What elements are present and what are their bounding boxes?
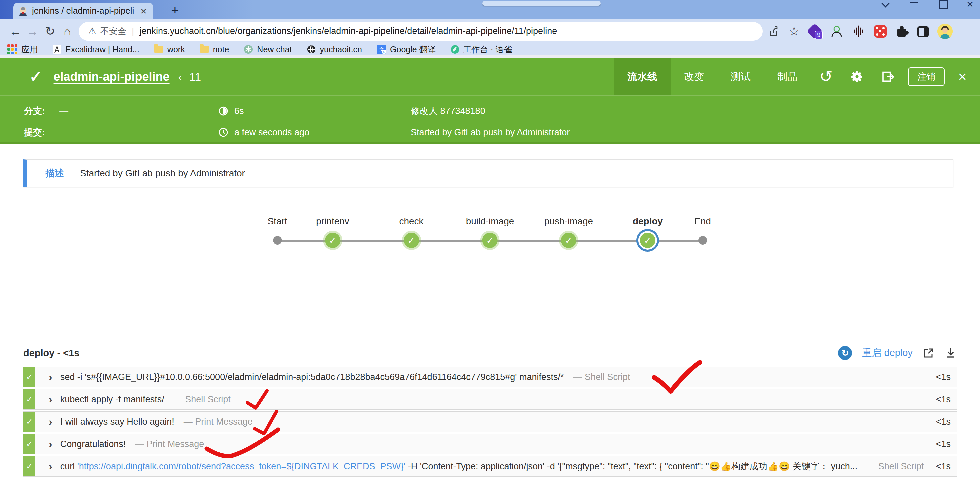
stage-success-node[interactable]: ✓ [482,233,498,248]
bookmark-apps[interactable]: 应用 [7,44,38,55]
tab-artifacts[interactable]: 制品 [764,58,811,95]
svg-text:x: x [383,50,385,53]
browser-navbar: ← → ↻ ⌂ ⚠ 不安全 | jenkins.yuchaoit.cn/blue… [0,19,980,43]
stage-push-image[interactable]: push-image ✓ [544,215,593,248]
stage-label: push-image [544,215,593,228]
expand-chevron-icon[interactable]: › [49,438,52,450]
step-row-hello[interactable]: ✓ › I will always say Hello again! — Pri… [23,411,957,432]
extension-profile-icon[interactable] [830,25,843,38]
toolbar-right: ☆ 9 [768,24,953,39]
bookmark-label: Excalidraw | Hand... [65,45,139,54]
window-maximize-icon[interactable] [938,0,948,9]
extensions-puzzle-icon[interactable] [895,25,908,38]
bookmark-star-icon[interactable]: ☆ [789,24,799,38]
run-info-bar: 分支: — 提交: — 6s a few seconds ago 修改人 877… [0,95,980,144]
window-chevron-icon[interactable] [881,0,891,9]
step-log-list: ✓ › sed -i 's#{{IMAGE_URL}}#10.0.0.66:50… [23,367,957,478]
not-secure-icon: ⚠ [88,25,96,37]
step-success-strip: ✓ [23,412,35,432]
stage-build-image[interactable]: build-image ✓ [466,215,514,248]
expand-chevron-icon[interactable]: › [49,460,52,473]
stage-label: End [694,215,711,228]
bookmark-label: work [167,45,185,54]
download-log-icon[interactable] [945,347,957,359]
tab-tests[interactable]: 测试 [718,58,764,95]
stage-success-node[interactable]: ✓ [404,233,419,248]
side-panel-icon[interactable] [917,26,929,37]
end-node [698,236,707,245]
reload-icon[interactable]: ↻ [41,24,59,38]
step-row-kubectl[interactable]: ✓ › kubectl apply -f manifests/ — Shell … [23,389,957,410]
step-row-sed[interactable]: ✓ › sed -i 's#{{IMAGE_URL}}#10.0.0.66:50… [23,367,957,387]
window-minimize-icon[interactable] [909,0,920,9]
tab-changes[interactable]: 改变 [671,58,718,95]
share-icon[interactable] [768,25,780,37]
stage-success-node[interactable]: ✓ [561,233,576,248]
description-text: Started by GitLab push by Administrator [80,168,245,179]
stage-check[interactable]: check ✓ [399,215,423,248]
step-command: Congratulations! [60,439,126,449]
restart-stage-icon[interactable]: ↻ [838,346,852,360]
bookmark-yuchaoit[interactable]: yuchaoit.cn [307,45,362,54]
start-node [273,236,282,245]
bookmark-google-translate[interactable]: 文x Google 翻译 [377,44,436,55]
step-section-header: deploy - <1s ↻ 重启 deploy [23,346,957,360]
profile-avatar[interactable] [937,24,953,39]
tab-pipeline[interactable]: 流水线 [614,58,671,95]
cause-row: Started by GitLab push by Administrator [410,126,570,139]
jenkins-header: ✓ eladmin-api-pipeline ‹ 11 流水线 改变 测试 制品… [0,58,980,95]
bookmark-newchat[interactable]: New chat [243,45,292,54]
page-gap [0,55,980,58]
step-command: curl 'https://oapi.dingtalk.com/robot/se… [60,460,858,472]
openai-icon [243,45,253,54]
bookmark-yuque[interactable]: 工作台 · 语雀 [451,44,512,55]
browser-tab[interactable]: jenkins / eladmin-api-pipeline × [13,3,153,19]
open-log-external-icon[interactable] [923,347,935,359]
extension-dice-icon[interactable] [874,25,887,38]
folder-icon [154,46,163,52]
expand-chevron-icon[interactable]: › [49,371,52,383]
rerun-button[interactable]: ↺ [811,58,842,95]
tab-strip-pill [482,1,601,6]
step-command: sed -i 's#{{IMAGE_URL}}#10.0.0.66:5000/e… [60,372,564,382]
stage-success-node[interactable]: ✓ [325,233,340,248]
restart-deploy-link[interactable]: 重启 deploy [862,347,913,360]
window-close-icon[interactable]: × [967,0,977,9]
expand-chevron-icon[interactable]: › [49,416,52,428]
step-duration: <1s [936,416,957,427]
gear-icon [850,70,864,84]
extension-audio-icon[interactable] [852,25,865,38]
branch-row: 分支: — [24,105,68,117]
run-number: 11 [189,70,201,83]
stage-success-node-selected[interactable]: ✓ [640,233,655,248]
url-text[interactable]: jenkins.yuchaoit.cn/blue/organizations/j… [139,26,557,37]
pipeline-title-link[interactable]: eladmin-api-pipeline [54,70,170,84]
bookmark-excalidraw[interactable]: Excalidraw | Hand... [52,45,139,54]
omnibox-divider: | [132,26,134,37]
bookmark-label: note [213,45,229,54]
tab-close-icon[interactable]: × [138,6,149,16]
step-duration: <1s [936,394,957,405]
back-icon[interactable]: ← [7,24,24,38]
new-tab-button[interactable]: + [168,4,182,17]
extension-tampermonkey-icon[interactable]: 9 [808,25,821,38]
bookmark-folder-work[interactable]: work [154,45,185,54]
exit-button[interactable] [873,58,903,95]
address-bar[interactable]: ⚠ 不安全 | jenkins.yuchaoit.cn/blue/organiz… [79,22,763,41]
forward-icon[interactable]: → [24,24,41,38]
logout-button[interactable]: 注销 [908,67,945,86]
excalidraw-icon [52,45,61,54]
settings-button[interactable] [842,58,873,95]
dingtalk-url-link[interactable]: 'https://oapi.dingtalk.com/robot/send?ac… [77,461,406,471]
close-pipeline-icon[interactable]: × [949,68,980,85]
step-row-congrats[interactable]: ✓ › Congratulations! — Print Message <1s [23,434,957,454]
home-icon[interactable]: ⌂ [59,24,76,38]
stage-printenv[interactable]: printenv ✓ [316,215,349,248]
step-success-strip: ✓ [23,434,35,454]
stage-deploy-selected[interactable]: deploy ✓ [633,215,663,248]
bookmark-folder-note[interactable]: note [200,45,229,54]
step-type: — Shell Script [173,394,231,405]
globe-icon [307,45,316,54]
expand-chevron-icon[interactable]: › [49,393,52,406]
step-row-curl[interactable]: ✓ › curl 'https://oapi.dingtalk.com/robo… [23,456,957,477]
